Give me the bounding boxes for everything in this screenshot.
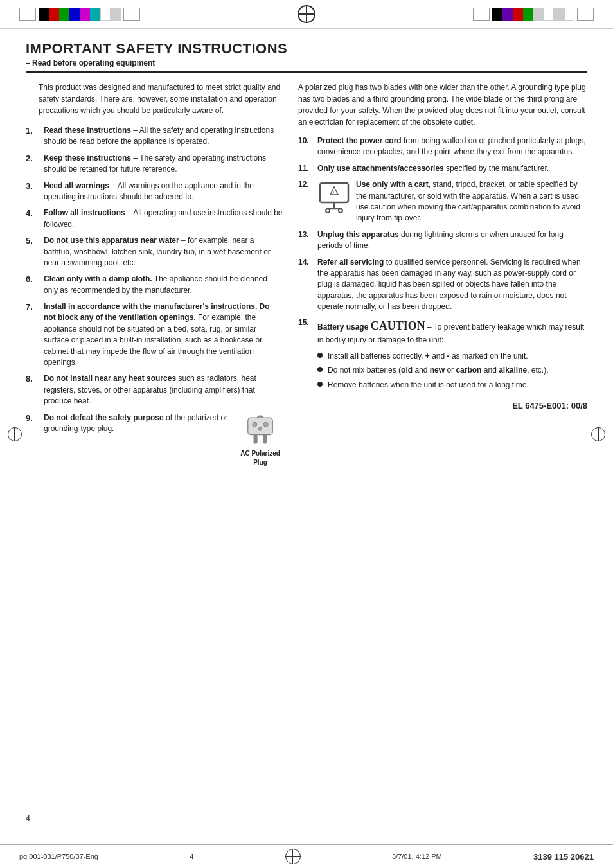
left-column: This product was designed and manufactur…: [26, 82, 283, 473]
bottom-right-code: 3139 115 20621: [533, 852, 594, 862]
ac-plug-label: AC PolarizedPlug: [240, 449, 280, 468]
white-block-right: [473, 8, 490, 21]
side-crosshair-right: [591, 427, 605, 441]
svg-rect-2: [263, 434, 267, 443]
color-bar-1: [39, 8, 49, 21]
right-column: A polarized plug has two blades with one…: [298, 82, 587, 473]
right-color-strip: [473, 8, 594, 21]
bullet-item: Do not mix batteries (old and new or car…: [317, 365, 587, 376]
rcolor-bar-6: [544, 8, 554, 21]
intro-text: This product was designed and manufactur…: [26, 82, 283, 116]
svg-point-5: [258, 427, 262, 430]
item9-block: 9. Do not defeat the safety purpose of t…: [26, 412, 283, 468]
item7-block: 7. Install in accordance with the manufa…: [26, 301, 283, 368]
page-subtitle: – Read before operating equipment: [26, 58, 587, 67]
white-block-left: [19, 8, 36, 21]
center-crosshair: [298, 5, 315, 23]
color-bar-8: [111, 8, 121, 21]
white-block-right2: [577, 8, 594, 21]
right-bars: [492, 8, 574, 21]
main-content: IMPORTANT SAFETY INSTRUCTIONS – Read bef…: [0, 29, 613, 486]
item8-block: 8. Do not install near any heat sources …: [26, 373, 283, 407]
item15-block: 15. Battery usage CAUTION – To prevent b…: [298, 317, 587, 345]
el-number: EL 6475-E001: 00/8: [298, 401, 587, 411]
ac-plug-svg: [238, 412, 283, 448]
bottom-left-text: pg 001-031/P750/37-Eng: [19, 853, 98, 860]
page-number-left: 4: [26, 814, 30, 823]
color-bar-4: [69, 8, 80, 21]
rcolor-bar-7: [554, 8, 564, 21]
instruction-list: 1. Read these instructions – All the saf…: [26, 125, 283, 296]
side-crosshair-left: [8, 427, 22, 441]
cart-icon-svg: !: [317, 181, 351, 214]
svg-point-9: [326, 209, 330, 213]
rcolor-bar-8: [564, 8, 574, 21]
item14-block: 14. Refer all servicing to qualified ser…: [298, 257, 587, 313]
crosshair-circle: [298, 5, 315, 23]
bottom-bar: pg 001-031/P750/37-Eng 4 3/7/01, 4:12 PM…: [0, 844, 613, 868]
rcolor-bar-5: [533, 8, 544, 21]
svg-point-4: [263, 422, 268, 427]
list-item: 1. Read these instructions – All the saf…: [26, 125, 283, 148]
bullet-item: Remove batteries when the unit is not us…: [317, 380, 587, 391]
svg-rect-0: [248, 418, 273, 434]
title-divider: [26, 71, 587, 73]
battery-bullet-list: Install all batteries correctly, + and -…: [298, 351, 587, 391]
white-block-left2: [123, 8, 140, 21]
center-crosshair-area: [140, 5, 473, 23]
item11-block: 11. Only use attachments/accessories spe…: [298, 163, 587, 174]
two-column-layout: This product was designed and manufactur…: [26, 82, 587, 473]
item10-block: 10. Protect the power cord from being wa…: [298, 136, 587, 158]
bottom-right-date: 3/7/01, 4:12 PM: [392, 853, 442, 860]
svg-text:!: !: [333, 190, 334, 195]
page: IMPORTANT SAFETY INSTRUCTIONS – Read bef…: [0, 0, 613, 868]
list-item: 3. Heed all warnings – All warnings on t…: [26, 181, 283, 203]
rcolor-bar-2: [502, 8, 513, 21]
svg-rect-1: [254, 434, 258, 443]
ac-plug-image: AC PolarizedPlug: [238, 412, 283, 468]
bottom-center-page: 4: [190, 853, 193, 860]
color-bar-6: [90, 8, 100, 21]
list-item: 5. Do not use this apparatus near water …: [26, 235, 283, 269]
top-bar: [0, 0, 613, 29]
right-intro-text: A polarized plug has two blades with one…: [298, 82, 587, 128]
color-bar-3: [59, 8, 69, 21]
svg-point-3: [253, 422, 257, 427]
item13-block: 13. Unplug this apparatus during lightni…: [298, 229, 587, 252]
color-bar-2: [49, 8, 59, 21]
rcolor-bar-3: [513, 8, 523, 21]
bottom-crosshair: [285, 849, 301, 864]
list-item: 4. Follow all instructions – All operati…: [26, 208, 283, 230]
page-title: IMPORTANT SAFETY INSTRUCTIONS: [26, 40, 587, 57]
rcolor-bar-1: [492, 8, 502, 21]
rcolor-bar-4: [523, 8, 533, 21]
color-bar-7: [100, 8, 111, 21]
list-item: 2. Keep these instructions – The safety …: [26, 153, 283, 175]
item12-block: 12.: [298, 179, 587, 224]
left-bars: [39, 8, 121, 21]
bullet-item: Install all batteries correctly, + and -…: [317, 351, 587, 362]
list-item: 6. Clean only with a damp cloth. The app…: [26, 274, 283, 296]
color-bar-5: [80, 8, 90, 21]
left-color-strip: [19, 8, 140, 21]
svg-point-10: [339, 209, 342, 213]
